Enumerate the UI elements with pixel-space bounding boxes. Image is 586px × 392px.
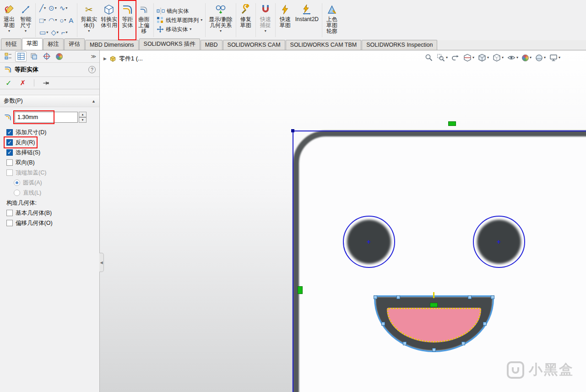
- feature-manager-tab[interactable]: [2, 51, 14, 62]
- ribbon-tab-1[interactable]: 草图: [22, 38, 43, 50]
- ribbon-tab-6[interactable]: MBD: [201, 40, 222, 50]
- linear-pattern-label: 线性草图阵列: [166, 16, 199, 24]
- panel-tab-overflow[interactable]: ≫: [91, 54, 97, 60]
- option-row-checkbox[interactable]: 基本几何体(B): [5, 208, 54, 218]
- text-tool-button[interactable]: A: [67, 15, 75, 26]
- move-entities-button[interactable]: 移动实体 ▾: [157, 25, 202, 33]
- ribbon-tab-7[interactable]: SOLIDWORKS CAM: [223, 40, 285, 50]
- offset-entities-button[interactable]: 等距 实体: [119, 1, 136, 39]
- spinner-down-button[interactable]: ▼: [79, 117, 87, 123]
- ok-button[interactable]: ✓: [5, 79, 11, 87]
- sketch-point-handle[interactable]: [374, 295, 377, 299]
- green-handle-top-edge[interactable]: [448, 121, 456, 126]
- sketch-point-handle[interactable]: [403, 342, 407, 345]
- option-row-checkbox[interactable]: 反向(R): [5, 137, 37, 147]
- circle-tool-button[interactable]: ⊙▾: [47, 2, 58, 14]
- radio-checked[interactable]: [14, 180, 20, 186]
- offset-distance-input[interactable]: 1.30mm: [15, 112, 78, 123]
- cancel-button[interactable]: ✗: [20, 79, 26, 87]
- green-handle-left-edge[interactable]: [298, 286, 303, 294]
- offset-entities-label: 等距 实体: [122, 16, 133, 28]
- display-style-button[interactable]: ▾: [493, 54, 504, 62]
- smart-dimension-button[interactable]: 智能 尺寸 ▾: [17, 1, 34, 39]
- sketch-point-handle[interactable]: [396, 295, 400, 299]
- shaded-sketch-contours-button[interactable]: 上色 草图 轮廓: [324, 1, 340, 39]
- edit-appearance-button[interactable]: ▾: [522, 54, 532, 61]
- sketch-corner-point[interactable]: [291, 129, 294, 132]
- option-row-radio[interactable]: 直线(L): [12, 188, 43, 198]
- checkbox-checked[interactable]: [6, 129, 13, 136]
- checkbox-checked[interactable]: [6, 139, 13, 146]
- sketch-point-handle[interactable]: [483, 322, 487, 326]
- graphics-viewport[interactable]: ▶ 零件1 (... ▾ ▾: [100, 50, 586, 392]
- feature-tree-flyout[interactable]: ▶ 零件1 (...: [103, 54, 143, 63]
- quick-snaps-button[interactable]: 快速 捕捉 ▾: [257, 1, 274, 39]
- view-orientation-button[interactable]: ▾: [478, 54, 489, 62]
- sketch-point-handle[interactable]: [432, 348, 436, 352]
- checkbox-unchecked[interactable]: [6, 169, 13, 176]
- fillet-tool-button[interactable]: ⌐▾: [60, 27, 69, 38]
- section-view-button[interactable]: ▾: [463, 54, 474, 62]
- green-handle-mouth[interactable]: [430, 303, 438, 307]
- sketch-point-handle[interactable]: [381, 322, 385, 326]
- slot-tool-button[interactable]: ▭▾: [38, 27, 49, 38]
- sketch-line-top[interactable]: [293, 131, 586, 131]
- repair-sketch-button[interactable]: 修复 草图: [238, 1, 254, 39]
- rectangle-tool-button[interactable]: □▾: [38, 15, 47, 26]
- checkbox-unchecked[interactable]: [6, 159, 13, 166]
- sketch-line-left[interactable]: [293, 131, 293, 392]
- ribbon-tab-4[interactable]: MBD Dimensions: [85, 40, 139, 50]
- ribbon-tab-8[interactable]: SOLIDWORKS CAM TBM: [286, 40, 362, 50]
- line-tool-button[interactable]: ╱▾: [38, 2, 47, 14]
- parameters-group-header[interactable]: 参数(P) ▲: [0, 95, 99, 107]
- sketch-point-handle[interactable]: [468, 295, 472, 299]
- option-row-checkbox[interactable]: 顶端加盖(C): [5, 168, 48, 178]
- exit-sketch-button[interactable]: 退出 草图 ▾: [1, 1, 17, 39]
- zoom-area-button[interactable]: ▾: [437, 54, 448, 62]
- apply-scene-button[interactable]: ▾: [535, 54, 546, 62]
- flyout-expand-icon[interactable]: ▶: [103, 56, 107, 61]
- display-delete-relations-button[interactable]: 显示/删除 几何关系 ▾: [207, 1, 234, 39]
- ribbon-tab-3[interactable]: 评估: [64, 38, 85, 50]
- configuration-manager-tab[interactable]: [28, 51, 39, 62]
- pin-button[interactable]: [43, 80, 49, 87]
- mirror-entities-button[interactable]: 镜向实体: [157, 7, 202, 15]
- option-row-checkbox[interactable]: 双向(B): [5, 158, 37, 168]
- panel-splitter-handle[interactable]: ◀: [99, 253, 104, 272]
- ribbon-tab-9[interactable]: SOLIDWORKS Inspection: [362, 40, 437, 50]
- convert-entities-button[interactable]: 转换实 体引用: [99, 1, 119, 39]
- polygon-tool-button[interactable]: ◇▾: [49, 27, 60, 38]
- option-row-checkbox[interactable]: 添加尺寸(D): [5, 127, 48, 137]
- checkbox-checked[interactable]: [6, 149, 13, 156]
- sketch-point-handle[interactable]: [491, 295, 494, 299]
- property-manager-tab[interactable]: [15, 51, 27, 62]
- dimxpert-manager-tab[interactable]: [41, 51, 52, 62]
- ribbon-tab-0[interactable]: 特征: [1, 38, 22, 50]
- option-row-checkbox[interactable]: 偏移几何体(O): [5, 218, 54, 228]
- option-row-radio[interactable]: 圆弧(A): [12, 178, 44, 188]
- ribbon-tab-2[interactable]: 标注: [43, 38, 64, 50]
- sketch-centerpoint-right[interactable]: +: [497, 238, 501, 245]
- checkbox-unchecked[interactable]: [6, 220, 13, 226]
- zoom-fit-button[interactable]: [425, 54, 433, 62]
- option-row-checkbox[interactable]: 选择链(S): [5, 147, 42, 158]
- checkbox-unchecked[interactable]: [6, 210, 13, 216]
- instant2d-button[interactable]: Instant2D: [293, 1, 320, 39]
- hide-show-items-button[interactable]: ▾: [507, 54, 518, 62]
- help-button[interactable]: ?: [88, 66, 96, 73]
- linear-pattern-button[interactable]: 线性草图阵列 ▾: [157, 16, 202, 24]
- previous-view-button[interactable]: [451, 54, 460, 62]
- spline-tool-button[interactable]: ∿▾: [58, 2, 69, 14]
- display-manager-tab[interactable]: [54, 51, 65, 62]
- sketch-centerpoint-left[interactable]: +: [367, 238, 371, 245]
- trim-entities-button[interactable]: ✂ 剪裁实 体(I) ▾: [79, 1, 99, 39]
- ribbon-tab-5[interactable]: SOLIDWORKS 插件: [139, 38, 200, 50]
- surface-offset-button[interactable]: 曲面 上偏 移: [136, 1, 152, 39]
- spinner-up-button[interactable]: ▲: [79, 112, 87, 117]
- view-settings-button[interactable]: ▾: [549, 54, 560, 62]
- sketch-point-handle[interactable]: [461, 342, 465, 345]
- rapid-sketch-button[interactable]: 快速 草图: [277, 1, 293, 39]
- ellipse-tool-button[interactable]: ○▾: [58, 15, 67, 26]
- arc-tool-button[interactable]: ◠▾: [47, 15, 58, 26]
- radio-unchecked[interactable]: [14, 190, 20, 196]
